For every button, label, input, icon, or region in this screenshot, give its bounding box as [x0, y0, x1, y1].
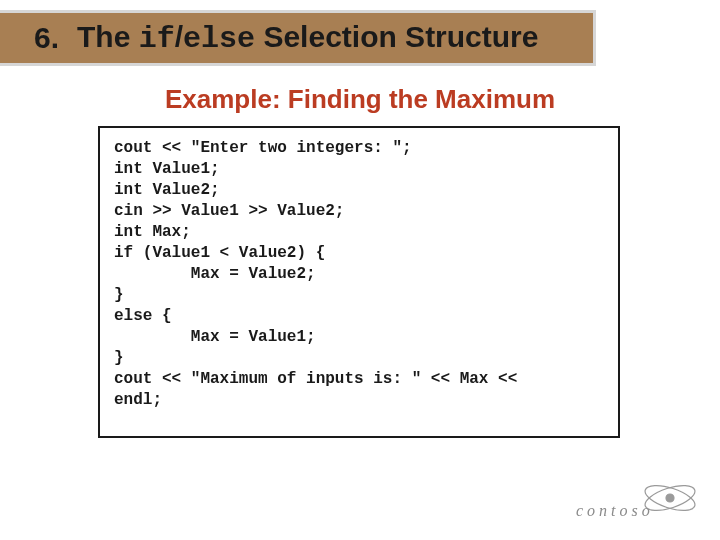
slide: 6. The if/else Selection Structure Examp… — [0, 0, 720, 540]
title-post: Selection Structure — [255, 20, 538, 53]
logo-text: contoso — [576, 502, 654, 519]
title-number: 6. — [34, 21, 59, 55]
title-slash: / — [175, 20, 183, 53]
title-pre: The — [77, 20, 139, 53]
example-subheading: Example: Finding the Maximum — [0, 84, 720, 115]
title-mono-else: else — [183, 22, 255, 56]
slide-title: The if/else Selection Structure — [77, 20, 538, 56]
svg-point-2 — [666, 494, 674, 502]
contoso-logo: contoso — [570, 476, 700, 522]
title-mono-if: if — [139, 22, 175, 56]
title-band: 6. The if/else Selection Structure — [0, 10, 596, 66]
code-example: cout << "Enter two integers: "; int Valu… — [98, 126, 620, 438]
